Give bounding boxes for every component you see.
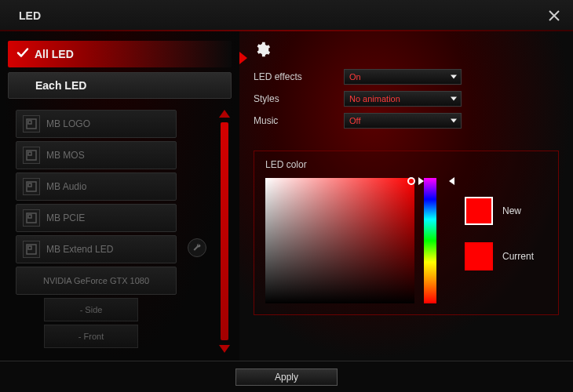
motherboard-icon (23, 178, 40, 195)
saturation-value-picker[interactable] (265, 178, 414, 303)
device-item-label: MB Extend LED (46, 244, 113, 255)
select-styles[interactable]: No animation (344, 91, 462, 107)
device-item-mb-audio[interactable]: MB Audio (16, 172, 177, 201)
device-item-mb-pcie[interactable]: MB PCIE (16, 204, 177, 232)
svg-rect-5 (28, 183, 31, 187)
led-color-panel: LED color New Current (254, 151, 559, 315)
window-titlebar: LED (0, 0, 573, 31)
motherboard-icon (23, 147, 40, 164)
hue-marker-left-icon (418, 177, 424, 185)
device-item-label: MB MOS (46, 150, 85, 161)
sv-thumb-icon[interactable] (407, 177, 415, 185)
configure-button[interactable] (188, 238, 206, 257)
scroll-down-icon[interactable] (219, 345, 230, 353)
scroll-up-icon[interactable] (219, 110, 230, 118)
select-value: No animation (349, 94, 400, 103)
select-led-effects[interactable]: On (344, 69, 462, 85)
setting-label: Styles (254, 93, 344, 104)
footer: Apply (0, 361, 573, 392)
gear-icon (254, 41, 271, 58)
tab-each-led-label: Each LED (35, 79, 86, 92)
window-title: LED (19, 9, 41, 22)
scroll-track[interactable] (221, 122, 228, 340)
main-content: All LED Each LED MB LOGO MB MOS (0, 31, 573, 361)
device-sub-item-label: - Side (80, 305, 103, 314)
device-item-label: MB Audio (46, 181, 86, 192)
color-swatches: New Current (465, 178, 534, 288)
hue-marker-right-icon (449, 177, 454, 185)
device-item-mb-mos[interactable]: MB MOS (16, 141, 177, 169)
setting-label: Music (254, 115, 344, 126)
device-scrollbar[interactable] (217, 110, 232, 353)
motherboard-icon (23, 115, 40, 132)
svg-rect-7 (28, 215, 31, 218)
close-icon (548, 9, 560, 22)
left-panel: All LED Each LED MB LOGO MB MOS (0, 31, 239, 361)
svg-rect-9 (28, 246, 31, 249)
device-sub-item-side[interactable]: - Side (44, 298, 138, 321)
device-item-label: MB LOGO (46, 118, 90, 129)
right-panel: LED effects On Styles No animation Music… (239, 31, 573, 361)
svg-rect-1 (28, 121, 31, 124)
tab-all-led-label: All LED (35, 48, 74, 60)
svg-rect-3 (28, 152, 31, 155)
active-tab-arrow-icon (239, 52, 247, 64)
wrench-icon (192, 243, 202, 252)
settings-heading-icon (254, 41, 271, 58)
hue-slider[interactable] (424, 178, 436, 303)
led-color-title: LED color (265, 159, 547, 170)
select-music[interactable]: Off (344, 113, 462, 129)
apply-button-label: Apply (275, 372, 298, 383)
device-item-mb-extend-led[interactable]: MB Extend LED (16, 235, 177, 263)
swatch-current (465, 242, 493, 270)
swatch-new-label: New (502, 205, 521, 216)
tab-all-led[interactable]: All LED (8, 41, 232, 67)
device-item-label: NVIDIA GeForce GTX 1080 (43, 276, 149, 285)
motherboard-icon (23, 209, 40, 227)
setting-led-effects: LED effects On (254, 69, 559, 85)
window-close-button[interactable] (545, 6, 564, 25)
setting-label: LED effects (254, 71, 344, 82)
device-item-label: MB PCIE (46, 212, 85, 223)
device-list: MB LOGO MB MOS MB Audio MB PCIE (8, 110, 211, 348)
setting-styles: Styles No animation (254, 91, 559, 107)
device-sub-item-front[interactable]: - Front (44, 325, 138, 348)
select-value: Off (349, 116, 360, 125)
check-icon (16, 46, 30, 63)
setting-music: Music Off (254, 113, 559, 129)
tab-each-led[interactable]: Each LED (8, 72, 232, 99)
motherboard-icon (23, 241, 40, 258)
apply-button[interactable]: Apply (235, 368, 338, 386)
swatch-new (465, 197, 493, 225)
device-list-pane: MB LOGO MB MOS MB Audio MB PCIE (8, 110, 232, 353)
device-item-gpu[interactable]: NVIDIA GeForce GTX 1080 (16, 267, 177, 295)
select-value: On (349, 72, 361, 82)
device-sub-item-label: - Front (78, 332, 104, 341)
swatch-current-label: Current (502, 251, 534, 262)
device-item-mb-logo[interactable]: MB LOGO (16, 110, 177, 138)
